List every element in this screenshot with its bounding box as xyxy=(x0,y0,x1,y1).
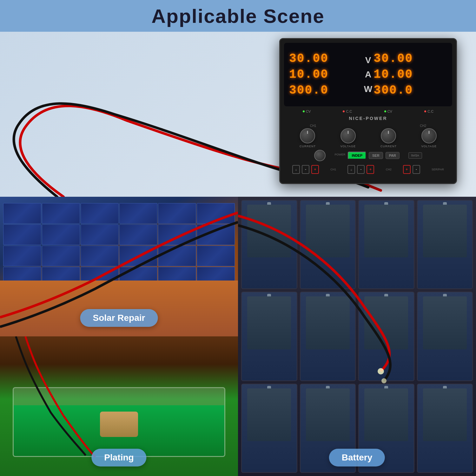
solar-cell xyxy=(42,203,80,224)
knob-group-4: VOLTAGE xyxy=(421,128,437,148)
knob-voltage-1-label: VOLTAGE xyxy=(340,145,356,148)
power-label-area: POWER xyxy=(334,153,345,156)
battery-cell xyxy=(241,292,297,381)
ch1-ground-terminal[interactable] xyxy=(292,165,300,174)
serpar-label: SER/PAR xyxy=(432,168,444,171)
solar-cell xyxy=(158,246,196,266)
solar-cell xyxy=(158,203,196,224)
ch1-label: CH1 xyxy=(310,124,316,128)
knob-current-1-label: CURRENT xyxy=(300,145,316,148)
solar-panel-grid xyxy=(0,197,238,288)
power-button[interactable] xyxy=(314,150,326,161)
ch1-voltage: 30.00 xyxy=(289,52,363,65)
battery-cell xyxy=(358,292,414,381)
power-label: POWER xyxy=(334,153,345,156)
display-units: V A W xyxy=(364,55,372,95)
ch2-voltage: 30.00 xyxy=(374,52,447,65)
page-title: Applicable Scene xyxy=(151,5,324,27)
knob-group-2: VOLTAGE xyxy=(340,128,356,148)
cv-dot-2 xyxy=(384,110,386,112)
ch1-terminals xyxy=(292,165,319,174)
ser-button[interactable]: SER xyxy=(369,152,383,159)
display-col-right: 30.00 10.00 300.0 xyxy=(374,52,447,97)
serpar-neg-terminal[interactable] xyxy=(413,165,420,174)
solar-cell xyxy=(197,224,235,245)
solar-cell xyxy=(81,224,119,245)
battery-label: Battery xyxy=(329,449,385,466)
knob-current-2-label: CURRENT xyxy=(380,145,397,148)
display-panel: 30.00 10.00 300.0 V A W 30.00 10.00 300.… xyxy=(284,43,452,106)
plating-sponge xyxy=(100,412,138,437)
battery-cell xyxy=(241,384,297,473)
indep-button[interactable]: INDEP xyxy=(348,152,366,159)
ch2-cv-status: CV xyxy=(384,109,392,113)
serpar-terminals xyxy=(403,165,420,174)
ch2-pos-terminal[interactable] xyxy=(367,165,374,174)
solar-cell xyxy=(3,203,41,224)
ch2-ground-terminal[interactable] xyxy=(347,165,355,174)
cv-dot-1 xyxy=(303,110,305,112)
power-supply: 30.00 10.00 300.0 V A W 30.00 10.00 300.… xyxy=(279,38,457,184)
display-col-left: 30.00 10.00 300.0 xyxy=(289,52,363,97)
battery-grid xyxy=(241,200,473,473)
ch2-label: CH2 xyxy=(420,124,426,128)
knob-voltage-2-label: VOLTAGE xyxy=(421,145,437,148)
battery-cell xyxy=(417,200,473,289)
ch2-terminals xyxy=(347,165,374,174)
knob-voltage-2[interactable] xyxy=(421,128,437,143)
solar-cell xyxy=(158,224,196,245)
solar-cell xyxy=(81,203,119,224)
brand-name: NICE-POWER xyxy=(284,116,452,121)
ch1-pos-terminal[interactable] xyxy=(311,165,319,174)
battery-cell xyxy=(358,200,414,289)
usb-port: 5V/2A xyxy=(408,152,422,159)
mode-row: POWER INDEP SER PAR 5V/2A xyxy=(284,150,452,161)
solar-cell xyxy=(197,203,235,224)
solar-cell xyxy=(119,224,157,245)
solar-scene: Solar Repair xyxy=(0,197,238,336)
cv-label-2: CV xyxy=(387,109,392,113)
cc-label-2: C.C xyxy=(427,109,433,113)
bottom-section: Solar Repair xyxy=(0,197,476,476)
ch2-ampere: 10.00 xyxy=(374,68,447,81)
par-button[interactable]: PAR xyxy=(386,152,400,159)
ch2-neg-terminal[interactable] xyxy=(357,165,365,174)
battery-scene: Battery xyxy=(238,197,476,476)
cv-label-1: CV xyxy=(306,109,311,113)
battery-cell xyxy=(300,200,356,289)
ch2-watt: 300.0 xyxy=(374,84,447,97)
cc-dot-2 xyxy=(424,110,426,112)
page-wrapper: Applicable Scene 30.00 10 xyxy=(0,0,476,476)
knob-current-1[interactable] xyxy=(300,128,315,143)
knob-voltage-1[interactable] xyxy=(340,128,356,143)
status-row: CV C.C CV C.C xyxy=(284,109,452,113)
top-section: 30.00 10.00 300.0 V A W 30.00 10.00 300.… xyxy=(0,32,476,197)
ch2-cc-status: C.C xyxy=(424,109,433,113)
solar-cell xyxy=(197,246,235,266)
cc-dot-1 xyxy=(343,110,345,112)
ch1-terminal-label: CH1 xyxy=(330,168,336,171)
solar-cell xyxy=(42,224,80,245)
ch1-neg-terminal[interactable] xyxy=(302,165,309,174)
ch1-cv-status: CV xyxy=(303,109,311,113)
knob-current-2[interactable] xyxy=(381,128,396,143)
unit-v: V xyxy=(365,55,371,66)
plating-container xyxy=(13,387,225,457)
battery-cell xyxy=(241,200,297,289)
solar-cell xyxy=(3,224,41,245)
battery-cell xyxy=(417,292,473,381)
battery-cell xyxy=(417,384,473,473)
main-content: 30.00 10.00 300.0 V A W 30.00 10.00 300.… xyxy=(0,32,476,476)
plating-scene: Plating xyxy=(0,336,238,476)
serpar-pos-terminal[interactable] xyxy=(403,165,411,174)
plating-label: Plating xyxy=(91,449,146,466)
ch1-watt: 300.0 xyxy=(289,84,363,97)
ch-labels-row: CH1 CH2 xyxy=(284,124,452,128)
solar-label: Solar Repair xyxy=(80,309,158,327)
solar-cell xyxy=(3,246,41,266)
terminal-row: CH1 CH2 SER/PAR xyxy=(284,164,452,175)
solar-cell xyxy=(81,246,119,266)
knob-group-3: CURRENT xyxy=(380,128,397,148)
battery-cell xyxy=(300,292,356,381)
solar-cell xyxy=(119,203,157,224)
